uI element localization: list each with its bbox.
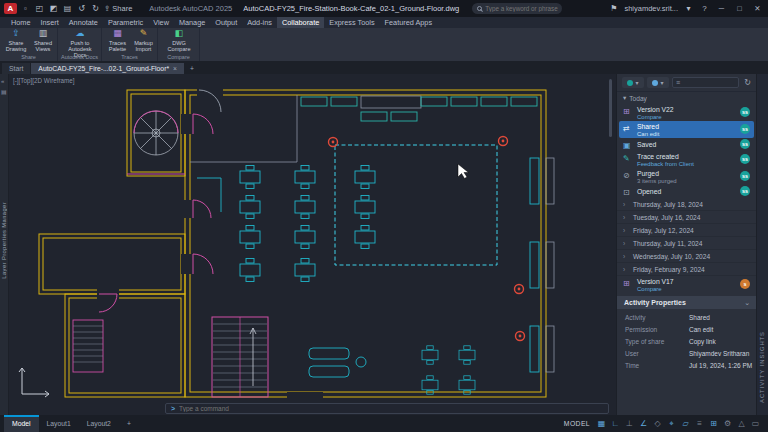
new-layout-button[interactable]: + — [119, 415, 139, 432]
shared-views-button[interactable]: ▥ Shared Views — [30, 29, 56, 52]
dynamic-input-icon[interactable]: ⊞ — [707, 417, 720, 430]
group-label-autodesk-docs: Autodesk Docs — [58, 54, 101, 60]
grid-icon[interactable]: ▦ — [595, 417, 608, 430]
date-group-row[interactable]: › Tuesday, July 16, 2024 — [617, 211, 756, 224]
selection-rectangle[interactable] — [335, 145, 497, 265]
compare-link[interactable]: Compare — [637, 286, 662, 292]
sofas — [309, 348, 366, 377]
search-box[interactable] — [472, 3, 562, 14]
activity-item-opened[interactable]: ⊡ Opened SS — [619, 185, 754, 198]
autocad-logo-icon[interactable]: A — [4, 3, 17, 14]
share-drawing-button[interactable]: ⇪ Share Drawing — [3, 29, 29, 52]
date-group-row[interactable]: › Wednesday, July 10, 2024 — [617, 250, 756, 263]
activity-item-version-v17[interactable]: ⊞ Version V17 Compare S — [619, 276, 754, 293]
date-group-row[interactable]: › Thursday, July 18, 2024 — [617, 198, 756, 211]
snap-icon[interactable]: ∟ — [609, 417, 622, 430]
user-caret-icon[interactable]: ▾ — [683, 3, 694, 14]
file-tab-start[interactable]: Start — [2, 63, 30, 74]
property-value: Can edit — [689, 324, 713, 336]
close-tab-icon[interactable]: × — [173, 65, 177, 72]
activity-item-version-v22[interactable]: ⊞ Version V22 Compare SS — [619, 104, 754, 121]
minimize-button[interactable]: ─ — [715, 4, 728, 13]
viewport-controls[interactable]: [-][Top][2D Wireframe] — [13, 77, 75, 84]
traces-palette-button[interactable]: ▦ Traces Palette — [105, 29, 130, 52]
close-button[interactable]: ✕ — [751, 4, 764, 13]
notification-icon[interactable]: ⚑ — [608, 3, 619, 14]
date-group-row[interactable]: › Thursday, July 11, 2024 — [617, 237, 756, 250]
palette-tab-icon[interactable]: ▤ — [1, 88, 7, 95]
open-file-icon[interactable]: ◰ — [34, 3, 45, 14]
activity-item-purged[interactable]: ⊘ Purged 3 items purged SS — [619, 168, 754, 185]
activity-item-shared[interactable]: ⇄ Shared Can edit SS — [619, 121, 754, 138]
title-bar: A ▫ ◰ ◩ ▤ ↺ ↻ ⇪ Share Autodesk AutoCAD 2… — [0, 0, 768, 17]
redo-icon[interactable]: ↻ — [90, 3, 101, 14]
tab-manage[interactable]: Manage — [174, 17, 210, 28]
tab-output[interactable]: Output — [210, 17, 242, 28]
markup-import-button[interactable]: ✎ Markup Import — [131, 29, 156, 52]
filter-box[interactable]: ≡ — [672, 77, 739, 88]
tab-addins[interactable]: Add-ins — [242, 17, 277, 28]
lineweight-icon[interactable]: ≡ — [693, 417, 706, 430]
tab-express-tools[interactable]: Express Tools — [324, 17, 379, 28]
polar-tracking-icon[interactable]: ∠ — [637, 417, 650, 430]
avatar: SS — [740, 171, 750, 181]
plot-icon[interactable]: ▤ — [62, 3, 73, 14]
tab-parametric[interactable]: Parametric — [103, 17, 148, 28]
tab-insert[interactable]: Insert — [35, 17, 63, 28]
workspace-gear-icon[interactable]: ⚙ — [721, 417, 734, 430]
command-line[interactable]: > — [165, 403, 609, 414]
activity-filter-button[interactable]: ▾ — [647, 77, 669, 88]
saved-icon: ▣ — [623, 141, 631, 150]
palette-collapse-icon[interactable]: « — [1, 78, 4, 84]
object-snap-icon[interactable]: ▱ — [679, 417, 692, 430]
property-label: Activity — [625, 312, 646, 324]
signed-in-user[interactable]: shiyamdev.srit... — [624, 4, 678, 13]
layer-properties-palette-strip[interactable]: « ▤ Layer Properties Manager — [0, 74, 9, 415]
date-group-row[interactable]: › Friday, February 9, 2024 — [617, 263, 756, 276]
issue-markers[interactable] — [329, 137, 525, 341]
traces-palette-icon: ▦ — [105, 29, 130, 39]
tables[interactable] — [240, 166, 475, 395]
today-group-header[interactable]: ▾ Today — [617, 92, 756, 104]
layout-tab-model[interactable]: Model — [4, 415, 39, 432]
layout-tab-layout1[interactable]: Layout1 — [39, 415, 79, 432]
search-input[interactable] — [485, 5, 573, 12]
undo-icon[interactable]: ↺ — [76, 3, 87, 14]
save-icon[interactable]: ◩ — [48, 3, 59, 14]
command-input[interactable] — [179, 405, 603, 412]
user-filter-button[interactable]: ▾ — [622, 77, 644, 88]
tab-home[interactable]: Home — [6, 17, 35, 28]
activity-item-trace-created[interactable]: ✎ Trace created Feedback from Client SS — [619, 151, 754, 168]
annotation-scale-icon[interactable]: △ — [735, 417, 748, 430]
isometric-drafting-icon[interactable]: ◇ — [651, 417, 664, 430]
dwg-compare-button[interactable]: ◧ DWG Compare — [162, 29, 196, 52]
model-space-button[interactable]: MODEL — [564, 420, 590, 427]
trace-link[interactable]: Feedback from Client — [637, 161, 694, 167]
refresh-icon[interactable]: ↻ — [744, 78, 751, 87]
collapse-icon[interactable]: ⌄ — [744, 296, 750, 309]
share-label: Share — [112, 4, 132, 13]
new-file-icon[interactable]: ▫ — [20, 3, 31, 14]
activity-insights-strip[interactable]: ACTIVITY INSIGHTS — [756, 74, 768, 415]
compare-link[interactable]: Compare — [637, 114, 662, 120]
ortho-icon[interactable]: ⊥ — [623, 417, 636, 430]
activity-item-saved[interactable]: ▣ Saved SS — [619, 138, 754, 151]
clean-screen-icon[interactable]: ▭ — [749, 417, 762, 430]
layout-tab-layout2[interactable]: Layout2 — [79, 415, 119, 432]
object-snap-tracking-icon[interactable]: ⌖ — [665, 417, 678, 430]
file-tab-active-drawing[interactable]: AutoCAD-FY25_Fire-...02-1_Ground-Floor* … — [31, 63, 184, 74]
new-drawing-tab-button[interactable]: + — [185, 63, 199, 74]
date-group-row[interactable]: › Friday, July 12, 2024 — [617, 224, 756, 237]
drawing-canvas[interactable]: [-][Top][2D Wireframe] > — [9, 74, 613, 415]
tab-annotate[interactable]: Annotate — [64, 17, 103, 28]
walls[interactable] — [39, 90, 546, 397]
share-button[interactable]: ⇪ Share — [104, 4, 132, 13]
activity-properties-header[interactable]: Activity Properties ⌄ — [617, 296, 756, 309]
push-to-docs-icon: ☁ — [62, 29, 98, 39]
help-icon[interactable]: ? — [699, 3, 710, 14]
tab-collaborate[interactable]: Collaborate — [277, 17, 324, 28]
maximize-button[interactable]: □ — [733, 4, 746, 13]
tab-featured-apps[interactable]: Featured Apps — [380, 17, 437, 28]
canvas-scrollbar[interactable] — [609, 79, 612, 137]
tab-view[interactable]: View — [148, 17, 174, 28]
